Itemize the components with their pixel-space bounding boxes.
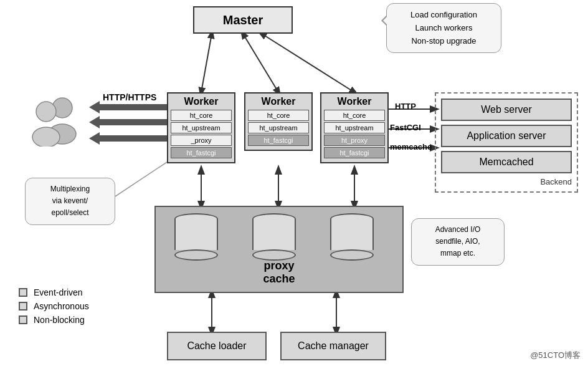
memcache-label: memcache: [390, 142, 432, 152]
cache-loader-box: Cache loader: [167, 332, 267, 360]
legend-item-1: Event-driven: [19, 287, 89, 297]
svg-point-26: [32, 127, 60, 147]
worker2-module2: ht_upstream: [248, 122, 309, 133]
svg-marker-7: [89, 101, 100, 113]
legend-box-2: [19, 302, 27, 311]
worker3-module3: ht_proxy: [324, 135, 385, 146]
legend-box-1: [19, 288, 27, 297]
db-cylinder-3: [330, 213, 374, 261]
worker3-module2: ht_upstream: [324, 122, 385, 133]
watermark: @51CTO博客: [530, 350, 581, 361]
svg-line-4: [262, 34, 354, 92]
legend-item-3: Non-blocking: [19, 315, 89, 325]
users-icon: [26, 90, 82, 147]
worker-box-3: Worker ht_core ht_upstream ht_proxy ht_f…: [320, 92, 389, 163]
worker1-module4: ht_fastcgi: [171, 147, 232, 158]
svg-point-25: [36, 102, 56, 122]
advanced-io-bubble: Advanced I/Osendfile, AIO,mmap etc.: [411, 218, 505, 266]
backend-container: Web server Application server Memcached …: [435, 92, 578, 193]
db-cylinder-2: [252, 213, 296, 261]
proxy-cache-box: proxycache: [154, 206, 404, 293]
multiplexing-bubble: Multiplexingvia kevent/epoll/select: [25, 178, 115, 225]
http-label: HTTP: [395, 102, 416, 111]
memcached-label: Memcached: [479, 157, 533, 167]
worker1-module2: ht_upstream: [171, 122, 232, 133]
worker2-module3: ht_fastcgi: [248, 135, 309, 146]
master-bubble-line3: Non-stop upgrade: [411, 36, 476, 46]
cache-manager-label: Cache manager: [298, 340, 369, 351]
svg-line-22: [115, 162, 167, 196]
proxy-cache-label: proxycache: [156, 259, 402, 286]
svg-line-3: [243, 34, 278, 92]
cache-manager-box: Cache manager: [280, 332, 386, 360]
legend-label-1: Event-driven: [34, 287, 83, 297]
legend-item-2: Asynchronous: [19, 301, 89, 311]
legend-box-3: [19, 315, 27, 324]
worker-box-2: Worker ht_core ht_upstream ht_fastcgi: [244, 92, 313, 151]
cache-loader-label: Cache loader: [187, 340, 246, 351]
worker1-module3: _proxy: [171, 135, 232, 146]
worker3-title: Worker: [324, 96, 385, 107]
backend-label: Backend: [441, 177, 572, 186]
master-label: Master: [223, 13, 263, 27]
web-server-box: Web server: [441, 99, 572, 121]
diagram-container: HTTP/HTTPS Master Load configuration Lau…: [0, 0, 588, 366]
app-server-box: Application server: [441, 125, 572, 147]
memcached-box: Memcached: [441, 151, 572, 173]
legend-label-2: Asynchronous: [34, 301, 89, 311]
master-bubble: Load configuration Launch workers Non-st…: [386, 3, 501, 53]
worker1-module1: ht_core: [171, 110, 232, 121]
svg-marker-10: [89, 116, 100, 128]
master-bubble-line1: Load configuration: [410, 10, 477, 19]
app-server-label: Application server: [467, 130, 546, 141]
db-cylinder-1: [174, 213, 218, 261]
master-bubble-line2: Launch workers: [415, 23, 473, 32]
web-server-label: Web server: [481, 104, 532, 115]
legend-label-3: Non-blocking: [34, 315, 85, 325]
fastcgi-label: FastCGI: [390, 123, 421, 132]
worker3-module1: ht_core: [324, 110, 385, 121]
worker2-module1: ht_core: [248, 110, 309, 121]
svg-line-2: [201, 34, 212, 92]
worker1-title: Worker: [171, 96, 232, 107]
worker-box-1: Worker ht_core ht_upstream _proxy ht_fas…: [167, 92, 235, 163]
legend: Event-driven Asynchronous Non-blocking: [19, 287, 89, 329]
worker2-title: Worker: [248, 96, 309, 107]
master-box: Master: [193, 6, 293, 34]
worker3-module4: ht_fastcgi: [324, 147, 385, 158]
http-https-label: HTTP/HTTPS: [103, 92, 156, 102]
svg-marker-13: [89, 132, 100, 145]
